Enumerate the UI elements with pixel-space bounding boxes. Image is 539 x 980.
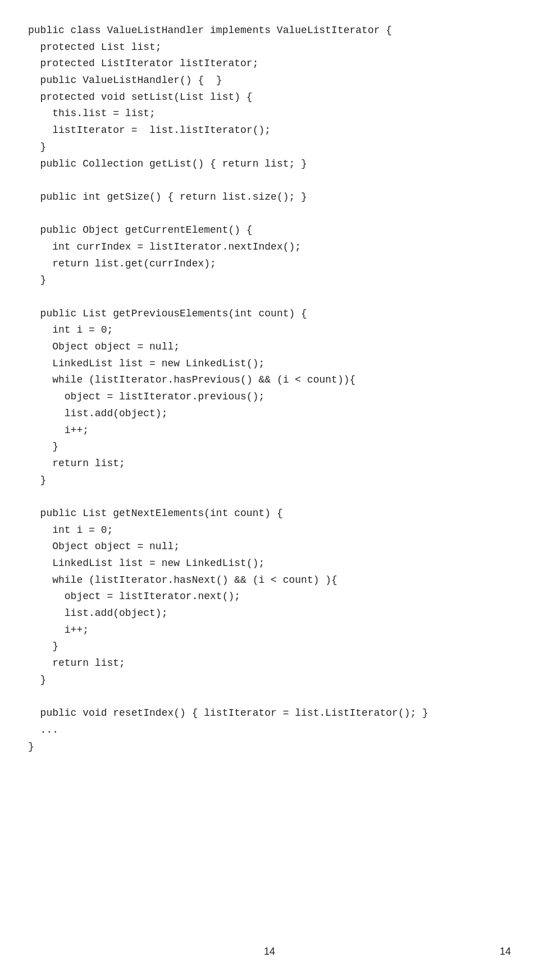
code-content: public class ValueListHandler implements…	[28, 22, 511, 755]
page-container: public class ValueListHandler implements…	[0, 0, 539, 980]
page-number-right: 14	[500, 946, 511, 958]
page-number-bottom: 14	[264, 946, 275, 958]
